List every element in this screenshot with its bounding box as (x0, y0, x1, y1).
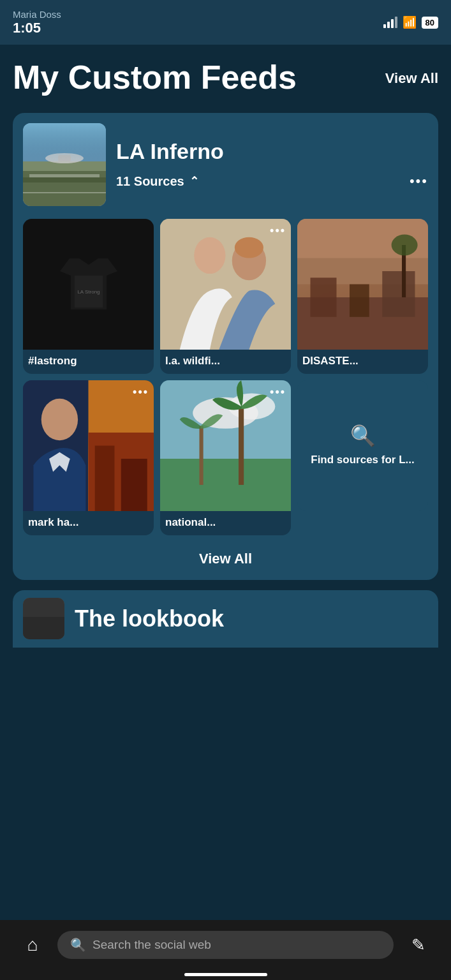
national-svg (160, 380, 291, 511)
source-image-la-wildfire: ••• (160, 219, 291, 350)
svg-rect-24 (95, 445, 115, 511)
source-item-national[interactable]: ••• national... (160, 380, 291, 535)
disaster-svg (297, 219, 428, 350)
mark-hamill-svg (23, 380, 154, 511)
status-right: 📶 80 (383, 15, 438, 29)
source-image-national: ••• (160, 380, 291, 511)
svg-point-12 (235, 237, 263, 258)
source-item-lastrong[interactable]: LA Strong #lastrong (23, 219, 154, 374)
search-bar[interactable]: 🔍 Search the social web (57, 931, 394, 959)
feed-sources-text[interactable]: 11 Sources ⌃ (116, 174, 199, 189)
page-title: My Custom Feeds (13, 60, 297, 95)
svg-point-20 (392, 234, 418, 255)
svg-rect-25 (121, 459, 147, 511)
airport-svg (23, 123, 106, 206)
svg-point-10 (194, 237, 225, 273)
find-sources-button[interactable]: 🔍 Find sources for L... (297, 380, 428, 511)
source-label-la-wildfire: l.a. wildfi... (160, 350, 291, 374)
svg-rect-18 (382, 271, 415, 317)
source-label-national: national... (160, 511, 291, 535)
compose-icon: ✎ (411, 935, 425, 955)
source-item-mark-ha[interactable]: ••• mark ha... (23, 380, 154, 535)
page-header: My Custom Feeds View All (13, 60, 438, 95)
status-time: 1:05 (13, 20, 61, 36)
search-icon: 🔍 (70, 937, 86, 953)
source-image-mark-ha: ••• (23, 380, 154, 511)
svg-rect-32 (200, 426, 203, 484)
find-sources-text: Find sources for L... (311, 453, 414, 467)
source-item-disaster[interactable]: DISASTE... (297, 219, 428, 374)
search-placeholder-text: Search the social web (92, 938, 211, 952)
view-all-feed-button[interactable]: View All (23, 546, 428, 570)
find-search-icon: 🔍 (350, 424, 376, 448)
svg-rect-1 (23, 168, 106, 206)
home-indicator (184, 973, 267, 976)
home-button[interactable]: ⌂ (15, 928, 50, 962)
svg-text:LA Strong: LA Strong (77, 289, 100, 295)
bottom-nav: ⌂ 🔍 Search the social web ✎ (0, 920, 451, 980)
feed-thumbnail (23, 123, 106, 206)
view-all-header-button[interactable]: View All (385, 70, 438, 87)
svg-rect-34 (23, 617, 64, 639)
tshirt-svg: LA Strong (57, 255, 121, 313)
svg-rect-17 (350, 284, 369, 316)
source-more-button-la-wildfire[interactable]: ••• (270, 224, 286, 237)
svg-rect-30 (160, 459, 291, 511)
feed-thumbnail-image (23, 123, 106, 206)
source-item-la-wildfire[interactable]: ••• l.a. wildfi... (160, 219, 291, 374)
source-label-disaster: DISASTE... (297, 350, 428, 374)
status-left: Maria Doss 1:05 (13, 9, 61, 36)
feed-header: LA Inferno 11 Sources ⌃ ••• (23, 123, 428, 206)
source-label-mark-ha: mark ha... (23, 511, 154, 535)
feed-title: LA Inferno (116, 139, 428, 164)
source-more-button-mark-ha[interactable]: ••• (133, 385, 149, 399)
home-icon: ⌂ (27, 935, 38, 955)
source-grid: LA Strong #lastrong (23, 219, 428, 535)
next-card-peek[interactable]: The lookbook (13, 590, 438, 648)
feed-info: LA Inferno 11 Sources ⌃ ••• (116, 139, 428, 189)
meghan-harry-svg (160, 219, 291, 350)
source-label-lastrong: #lastrong (23, 350, 154, 374)
svg-point-26 (41, 398, 78, 440)
battery-badge: 80 (422, 17, 438, 29)
svg-rect-9 (160, 219, 291, 350)
feed-card-la-inferno: LA Inferno 11 Sources ⌃ ••• (13, 113, 438, 580)
svg-rect-31 (239, 406, 244, 485)
source-image-lastrong: LA Strong (23, 219, 154, 350)
compose-button[interactable]: ✎ (401, 928, 436, 962)
user-name: Maria Doss (13, 9, 61, 20)
svg-rect-16 (311, 278, 337, 317)
source-more-button-national[interactable]: ••• (270, 385, 286, 399)
svg-rect-6 (29, 174, 100, 177)
feed-sources-row: 11 Sources ⌃ ••• (116, 173, 428, 189)
chevron-up-icon[interactable]: ⌃ (189, 174, 199, 188)
main-content: My Custom Feeds View All (0, 45, 451, 648)
peek-thumbnail (23, 598, 64, 639)
feed-more-button[interactable]: ••• (410, 173, 428, 189)
status-bar: Maria Doss 1:05 📶 80 (0, 0, 451, 45)
svg-rect-7 (23, 123, 106, 161)
wifi-icon: 📶 (403, 15, 417, 29)
source-image-disaster (297, 219, 428, 350)
svg-rect-3 (23, 177, 106, 182)
peek-title: The lookbook (75, 605, 224, 632)
signal-icon (383, 17, 397, 28)
